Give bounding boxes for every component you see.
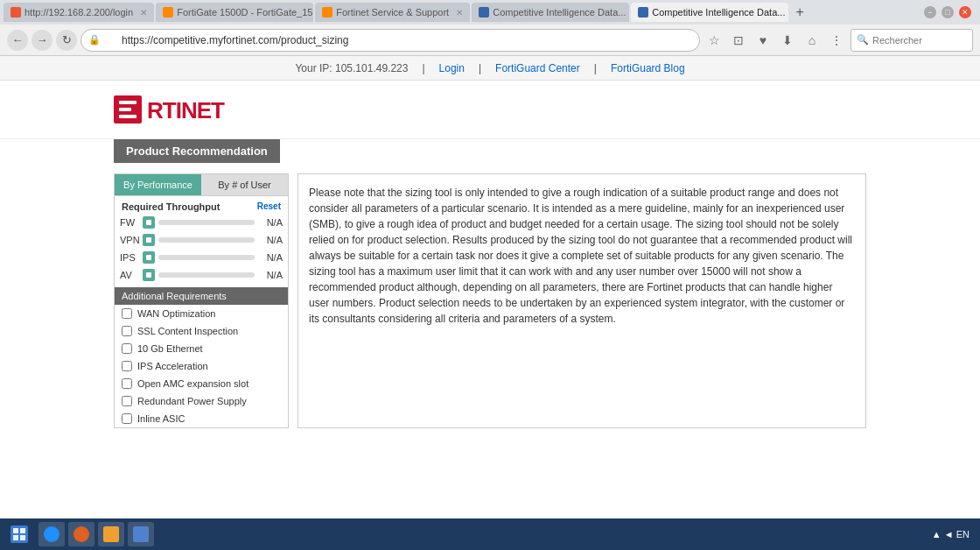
inline-asic-checkbox[interactable] xyxy=(122,413,132,424)
bookmark-button[interactable]: ☆ xyxy=(704,30,724,51)
tab-2-label: FortiGate 1500D - FortiGate_15... xyxy=(177,7,313,18)
by-performance-tab[interactable]: By Performance xyxy=(115,174,201,195)
svg-text:RTINET: RTINET xyxy=(147,97,225,123)
window-controls: − □ ✕ xyxy=(924,6,976,18)
av-slider[interactable] xyxy=(158,272,255,278)
home-button[interactable]: ⌂ xyxy=(802,30,822,51)
ips-label: IPS xyxy=(120,252,139,263)
menu-button[interactable]: ⋮ xyxy=(826,30,847,51)
tab-2-favicon xyxy=(163,7,173,18)
explorer-icon xyxy=(133,526,149,542)
tab-5-label: Competitive Intelligence Data... xyxy=(652,7,785,18)
taskbar: ▲ ◄ EN xyxy=(0,518,980,550)
reset-link[interactable]: Reset xyxy=(257,201,281,211)
tab-3-label: Fortinet Service & Support xyxy=(336,7,449,18)
ssl-inspection-checkbox[interactable] xyxy=(122,326,132,336)
right-panel: Please note that the sizing tool is only… xyxy=(298,173,866,428)
additional-requirements-section: Additional Requirements WAN Optimization… xyxy=(115,287,288,427)
back-button[interactable]: ← xyxy=(7,30,28,51)
reader-button[interactable]: ⊡ xyxy=(728,30,749,51)
additional-requirements-title: Additional Requirements xyxy=(115,287,288,305)
tab-3-favicon xyxy=(322,7,332,18)
ips-icon xyxy=(143,251,155,264)
tab-1[interactable]: http://192.168.2.200/login ✕ xyxy=(4,3,154,22)
section-tab: Product Recommendation xyxy=(114,139,280,163)
fw-slider-row: FW N/A xyxy=(115,214,288,231)
page-content: Your IP: 105.101.49.223 | Login | FortiG… xyxy=(0,56,980,518)
inline-asic-label: Inline ASIC xyxy=(137,413,185,424)
wan-optimization-checkbox[interactable] xyxy=(122,308,132,319)
minimize-button[interactable]: − xyxy=(924,6,936,18)
vpn-slider-row: VPN N/A xyxy=(115,231,288,249)
gb-ethernet-label: 10 Gb Ethernet xyxy=(137,343,203,354)
refresh-button[interactable]: ↻ xyxy=(56,30,77,51)
tab-4-favicon xyxy=(479,7,489,18)
maximize-button[interactable]: □ xyxy=(942,6,954,18)
ips-acceleration-row: IPS Acceleration xyxy=(115,357,288,375)
amc-slot-label: Open AMC expansion slot xyxy=(137,378,248,389)
ips-slider-row: IPS N/A xyxy=(115,249,288,266)
taskbar-explorer[interactable] xyxy=(128,522,154,546)
taskbar-ie[interactable] xyxy=(38,522,65,546)
tab-5[interactable]: Competitive Intelligence Data... ✕ xyxy=(631,3,788,22)
tab-1-close[interactable]: ✕ xyxy=(140,8,147,18)
svg-rect-1 xyxy=(119,101,136,104)
svg-rect-8 xyxy=(20,535,25,540)
download-button[interactable]: ⬇ xyxy=(777,30,798,51)
tab-3[interactable]: Fortinet Service & Support ✕ xyxy=(315,3,470,22)
search-input[interactable] xyxy=(872,35,967,46)
favorites-button[interactable]: ♥ xyxy=(752,30,774,51)
header: RTINET xyxy=(0,81,980,139)
vpn-slider[interactable] xyxy=(158,237,255,243)
taskbar-clock: ▲ ◄ EN xyxy=(925,529,976,539)
forward-button[interactable]: → xyxy=(32,30,52,51)
tab-2[interactable]: FortiGate 1500D - FortiGate_15... ✕ xyxy=(156,3,313,22)
tool-container: By Performance By # of User Required Thr… xyxy=(114,163,866,439)
fortiGuard-blog-link[interactable]: FortiGuard Blog xyxy=(611,62,685,74)
fw-icon xyxy=(143,216,155,229)
close-button[interactable]: ✕ xyxy=(959,6,971,18)
separator-2: | xyxy=(479,62,481,74)
new-tab-button[interactable]: + xyxy=(790,3,809,22)
nav-actions: ☆ ⊡ ♥ ⬇ ⌂ ⋮ xyxy=(704,30,847,51)
taskbar-folder[interactable] xyxy=(98,522,124,546)
av-slider-row: AV N/A xyxy=(115,266,288,284)
av-icon xyxy=(143,269,155,281)
svg-rect-3 xyxy=(119,115,136,118)
redundant-power-row: Redundant Power Supply xyxy=(115,392,288,410)
toggle-tabs: By Performance By # of User xyxy=(115,174,288,196)
ips-slider[interactable] xyxy=(158,255,255,260)
ip-info: Your IP: 105.101.49.223 xyxy=(295,62,408,74)
fw-value: N/A xyxy=(258,217,283,228)
fortiGuard-center-link[interactable]: FortiGuard Center xyxy=(495,62,580,74)
tab-4[interactable]: Competitive Intelligence Data... ✕ xyxy=(472,3,629,22)
ips-acceleration-label: IPS Acceleration xyxy=(137,361,208,371)
tab-4-label: Competitive Intelligence Data... xyxy=(493,7,626,18)
required-throughput-title: Required Throughput Reset xyxy=(115,196,288,214)
firefox-icon xyxy=(74,526,89,542)
ips-acceleration-checkbox[interactable] xyxy=(122,361,132,371)
vpn-label: VPN xyxy=(120,235,139,245)
amc-slot-checkbox[interactable] xyxy=(122,378,132,389)
by-num-users-tab[interactable]: By # of User xyxy=(201,174,288,195)
redundant-power-checkbox[interactable] xyxy=(122,396,132,406)
separator-3: | xyxy=(594,62,597,74)
fw-slider[interactable] xyxy=(158,220,255,225)
tab-5-favicon xyxy=(638,7,648,18)
lock-icon: 🔒 xyxy=(88,34,101,46)
gb-ethernet-checkbox[interactable] xyxy=(122,343,132,354)
login-link[interactable]: Login xyxy=(439,62,465,74)
taskbar-firefox[interactable] xyxy=(68,522,94,546)
wan-optimization-row: WAN Optimization xyxy=(115,305,288,322)
fortinet-logo: RTINET xyxy=(114,92,271,127)
info-bar: Your IP: 105.101.49.223 | Login | FortiG… xyxy=(0,56,980,81)
wan-optimization-label: WAN Optimization xyxy=(137,308,215,319)
fw-label: FW xyxy=(120,217,139,228)
tab-1-favicon xyxy=(10,7,21,18)
start-button[interactable] xyxy=(4,522,35,546)
nav-bar: ← → ↻ 🔒 ☆ ⊡ ♥ ⬇ ⌂ ⋮ 🔍 xyxy=(0,25,980,56)
address-input[interactable] xyxy=(106,34,690,46)
av-label: AV xyxy=(120,270,139,280)
tab-1-label: http://192.168.2.200/login xyxy=(24,7,133,18)
tab-3-close[interactable]: ✕ xyxy=(456,8,463,18)
